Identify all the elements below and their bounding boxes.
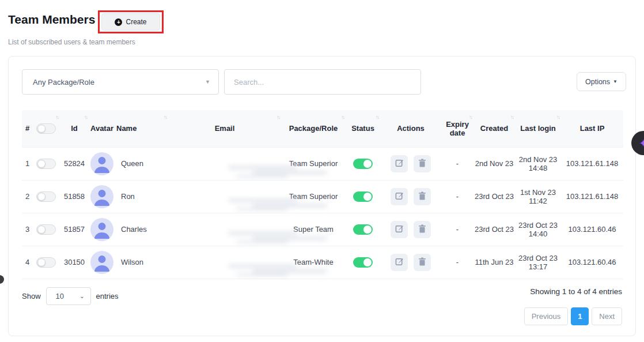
chevron-down-icon: ⌄ — [79, 293, 84, 299]
cell-last-login: 1st Nov 23 11:42 — [515, 180, 561, 213]
cell-name: Queen — [115, 147, 168, 180]
cell-expiry-date: - — [441, 213, 473, 246]
page-1-button[interactable]: 1 — [571, 307, 589, 325]
trash-icon — [418, 224, 426, 235]
entries-label: entries — [96, 292, 119, 300]
header-avatar: Avatar — [89, 110, 115, 147]
sort-arrows-icon: ↑↓ — [164, 114, 166, 120]
row-index: 2 — [25, 192, 29, 201]
header-email[interactable]: Email↑↓ — [168, 110, 281, 147]
edit-button[interactable] — [391, 221, 408, 238]
delete-button[interactable] — [414, 254, 431, 271]
sparkle-icon: ✦ — [639, 138, 644, 149]
edit-button[interactable] — [391, 188, 408, 205]
header-status[interactable]: Status↑↓ — [346, 110, 380, 147]
cell-created: 2nd Nov 23 — [473, 147, 515, 180]
row-select-toggle[interactable] — [36, 257, 56, 268]
cell-package-role: Team Superior — [281, 147, 346, 180]
cell-created: 11th Jun 23 — [473, 246, 515, 279]
select-all-toggle[interactable] — [36, 123, 56, 134]
header-id[interactable]: Id↑↓ — [60, 110, 89, 147]
status-toggle[interactable] — [353, 159, 373, 169]
header-index-label: # — [25, 124, 29, 133]
table-row: 152824QueenTeam Superior-2nd Nov 232nd N… — [22, 147, 623, 180]
trash-icon — [418, 159, 426, 169]
edit-icon — [395, 257, 404, 268]
package-role-filter-value: Any Package/Role — [33, 78, 94, 87]
cell-expiry-date: - — [441, 180, 473, 213]
cell-last-ip: 103.121.61.148 — [561, 147, 623, 180]
table-header-row: # ↑↓ Id↑↓ Avatar Name↑↓ Email↑↓ Package/… — [22, 110, 623, 147]
team-members-table: # ↑↓ Id↑↓ Avatar Name↑↓ Email↑↓ Package/… — [22, 110, 623, 279]
cell-name: Ron — [115, 180, 168, 213]
status-toggle[interactable] — [353, 257, 373, 268]
create-button[interactable]: + Create — [101, 13, 160, 31]
showing-info: Showing 1 to 4 of 4 entries — [530, 287, 622, 296]
cell-last-ip: 103.121.60.46 — [561, 246, 623, 279]
header-name[interactable]: Name↑↓ — [115, 110, 168, 147]
sort-arrows-icon: ↑↓ — [276, 114, 279, 120]
cell-last-ip: 103.121.61.148 — [561, 180, 623, 213]
edit-button[interactable] — [391, 155, 408, 172]
sort-arrows-icon: ↑↓ — [469, 114, 472, 120]
header-last-login[interactable]: Last login↑↓ — [515, 110, 561, 147]
avatar — [90, 218, 113, 241]
delete-button[interactable] — [414, 221, 431, 238]
pagination: Previous 1 Next — [524, 307, 622, 325]
cell-expiry-date: - — [441, 246, 473, 279]
trash-icon — [418, 257, 426, 268]
cell-name: Charles — [115, 213, 168, 246]
cell-last-login: 2nd Nov 23 14:48 — [515, 147, 561, 180]
options-button[interactable]: Options ▼ — [577, 72, 626, 91]
table-row: 351857CharlesSuper Team-23rd Oct 2323rd … — [22, 213, 623, 246]
cell-package-role: Team-White — [281, 246, 346, 279]
sort-arrows-icon: ↑↓ — [510, 114, 513, 120]
header-package-role[interactable]: Package/Role↑↓ — [281, 110, 346, 147]
avatar — [90, 152, 113, 175]
chevron-down-icon: ▼ — [205, 79, 210, 85]
status-toggle[interactable] — [353, 224, 373, 235]
cell-id: 51858 — [60, 180, 89, 213]
row-index: 4 — [25, 258, 29, 266]
show-label: Show — [22, 292, 41, 300]
edit-icon — [395, 191, 404, 202]
table-row: 430150WilsonTeam-White-11th Jun 2323rd O… — [22, 246, 623, 279]
plus-circle-icon: + — [115, 18, 122, 26]
sort-arrows-icon: ↑↓ — [84, 114, 87, 120]
page-title: Team Members — [8, 13, 95, 27]
row-select-toggle[interactable] — [36, 191, 56, 202]
sort-arrows-icon: ↑↓ — [55, 114, 58, 120]
cell-id: 30150 — [60, 246, 89, 279]
cell-expiry-date: - — [441, 147, 473, 180]
page-length-control: Show 10 ⌄ entries — [22, 287, 119, 305]
delete-button[interactable] — [414, 155, 431, 172]
row-select-toggle[interactable] — [36, 224, 56, 235]
entries-per-page-select[interactable]: 10 ⌄ — [46, 287, 91, 305]
edge-handle[interactable] — [0, 275, 4, 284]
edit-icon — [395, 159, 404, 169]
header-index[interactable]: # ↑↓ — [22, 110, 60, 147]
status-toggle[interactable] — [353, 191, 373, 202]
previous-page-button[interactable]: Previous — [524, 307, 569, 325]
sort-arrows-icon: ↑↓ — [341, 114, 344, 120]
create-button-label: Create — [126, 18, 146, 26]
cell-created: 23rd Oct 23 — [473, 213, 515, 246]
cell-created: 23rd Oct 23 — [473, 180, 515, 213]
sort-arrows-icon: ↑↓ — [556, 114, 559, 120]
chevron-down-icon: ▼ — [613, 79, 618, 84]
row-index: 1 — [25, 159, 29, 168]
header-expiry-date[interactable]: Expiry date↑↓ — [441, 110, 473, 147]
trash-icon — [418, 191, 426, 202]
package-role-filter-select[interactable]: Any Package/Role ▼ — [22, 69, 219, 95]
options-button-label: Options — [585, 78, 610, 86]
delete-button[interactable] — [414, 188, 431, 205]
search-input[interactable] — [224, 69, 421, 95]
header-created[interactable]: Created↑↓ — [473, 110, 515, 147]
cell-package-role: Super Team — [281, 213, 346, 246]
avatar — [90, 185, 113, 208]
team-members-card: Any Package/Role ▼ Options ▼ # ↑↓ Id↑↓ — [8, 56, 636, 336]
sort-arrows-icon: ↑↓ — [376, 114, 378, 120]
row-select-toggle[interactable] — [36, 159, 56, 169]
edit-button[interactable] — [391, 254, 408, 271]
next-page-button[interactable]: Next — [592, 307, 622, 325]
